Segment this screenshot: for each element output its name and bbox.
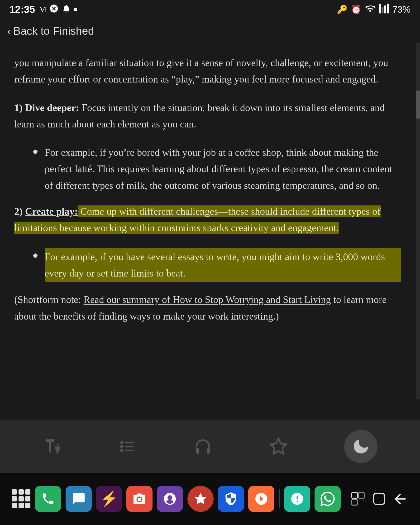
status-right: 🔑 ⏰ 73% — [337, 3, 411, 16]
bullet-item-2: For example, if you have several essays … — [33, 248, 401, 282]
svg-point-0 — [120, 441, 123, 444]
key-icon: 🔑 — [337, 5, 347, 15]
battery-level: 73% — [393, 5, 411, 15]
dark-mode-button[interactable] — [344, 430, 377, 463]
main-content: you manipulate a familiar situation to g… — [0, 43, 420, 411]
section1-text: 1) Dive deeper: Focus intently on the si… — [14, 100, 401, 133]
firefox-app-icon[interactable] — [248, 486, 274, 512]
back-button[interactable]: ‹ Back to Finished — [7, 24, 94, 37]
wifi-icon — [365, 3, 375, 16]
intro-text: you manipulate a familiar situation to g… — [14, 55, 401, 88]
notification-icon — [62, 4, 71, 15]
bookmark-button[interactable] — [269, 437, 288, 456]
signal-icon — [379, 3, 389, 16]
table-of-contents-button[interactable] — [118, 437, 137, 456]
svg-point-4 — [120, 449, 123, 452]
status-left: 12:35 M — [9, 4, 77, 15]
whatsapp-status-icon — [49, 4, 59, 15]
svg-rect-7 — [352, 493, 357, 498]
gmail-icon: M — [39, 5, 46, 15]
status-icons: M — [39, 4, 77, 15]
bullet-list-1: For example, if you’re bored with your j… — [33, 144, 401, 194]
back-chevron-icon: ‹ — [7, 24, 11, 37]
bullet-dot-2 — [33, 253, 37, 258]
intro-text-content: you manipulate a familiar situation to g… — [14, 57, 388, 85]
svg-marker-6 — [270, 439, 286, 454]
shortform-prefix: (Shortform note: — [14, 294, 84, 305]
status-dot — [74, 8, 77, 11]
svg-rect-8 — [359, 493, 364, 498]
back-label: Back to Finished — [13, 25, 94, 37]
back-nav-button[interactable] — [392, 490, 408, 507]
app-drawer-button[interactable] — [12, 489, 31, 508]
bitwarden-app-icon[interactable] — [218, 486, 244, 512]
status-bar: 12:35 M 🔑 ⏰ 73% — [0, 0, 420, 19]
bullet-list-2: For example, if you have several essays … — [33, 248, 401, 282]
status-time: 12:35 — [9, 4, 35, 15]
slack-app-icon[interactable]: ⚡ — [96, 486, 122, 512]
nav-bar: ‹ Back to Finished — [0, 19, 420, 43]
svg-point-2 — [120, 445, 123, 448]
section2-heading: 2) Create play: — [14, 206, 78, 217]
scrollbar[interactable] — [416, 43, 420, 399]
audio-button[interactable] — [193, 437, 212, 456]
svg-rect-10 — [374, 493, 385, 505]
bullet-text-1: For example, if you’re bored with your j… — [45, 144, 401, 194]
fdroid-app-icon[interactable] — [284, 486, 310, 512]
home-button[interactable] — [371, 490, 387, 507]
photo-app-icon[interactable] — [126, 486, 153, 512]
alarm-icon: ⏰ — [351, 5, 362, 15]
section1-heading: 1) Dive deeper: — [14, 102, 79, 113]
bullet-text-2-highlighted: For example, if you have several essays … — [45, 248, 401, 282]
messages-app-icon[interactable] — [65, 486, 92, 512]
reading-toolbar — [0, 420, 420, 473]
shortform-note: (Shortform note: Read our summary of How… — [14, 291, 401, 325]
nav-divider — [279, 489, 280, 508]
phone-app-icon[interactable] — [35, 486, 61, 512]
font-size-button[interactable] — [43, 437, 62, 456]
shortform-link[interactable]: Read our summary of How to Stop Worrying… — [84, 294, 331, 305]
svg-rect-9 — [352, 500, 357, 505]
section2-text: 2) Create play: Come up with different c… — [14, 203, 401, 236]
bullet-item-1: For example, if you’re bored with your j… — [33, 144, 401, 194]
bullet-dot-1 — [33, 150, 37, 154]
system-nav-bar: ⚡ — [0, 473, 420, 525]
recent-apps-button[interactable] — [350, 490, 366, 507]
phantom-app-icon[interactable] — [157, 486, 183, 512]
rk-app-icon[interactable] — [187, 486, 214, 512]
scrollbar-thumb[interactable] — [416, 90, 420, 119]
whatsapp-app-icon[interactable] — [315, 486, 341, 512]
